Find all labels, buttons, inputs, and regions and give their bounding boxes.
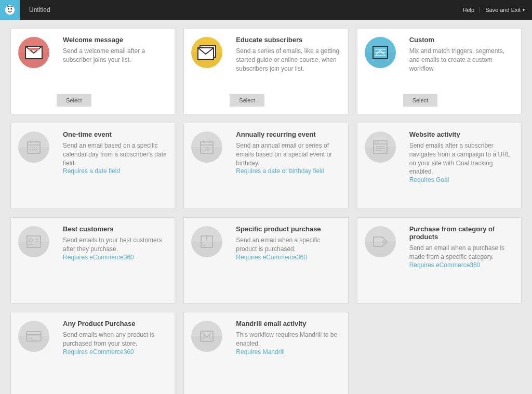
requirement-link[interactable]: Requires Mandrill [236, 348, 340, 356]
requirement-link[interactable]: Requires eCommerce360 [63, 254, 167, 261]
monkey-icon [4, 4, 16, 16]
card-mandrill: Mandrill email activity This workflow re… [183, 312, 348, 394]
card-desc: Send an email based on a specific calend… [63, 141, 167, 167]
svg-point-30 [375, 142, 376, 143]
svg-rect-21 [30, 140, 31, 143]
card-desc: Send an annual email or series of emails… [236, 141, 340, 167]
svg-point-14 [32, 147, 33, 148]
svg-rect-22 [36, 140, 37, 143]
card-title: Specific product purchase [236, 225, 340, 233]
card-best-customers: Best customers Send emails to your best … [10, 217, 175, 304]
card-purchase-category: Purchase from category of products Send … [357, 217, 522, 304]
svg-point-20 [36, 149, 37, 150]
card-desc: Send emails when any product is purchase… [63, 331, 167, 348]
card-desc: Send emails to your best customers after… [63, 236, 167, 254]
svg-point-36 [29, 239, 32, 242]
svg-point-19 [34, 149, 35, 150]
card-desc: Send an email when a purchase is made fr… [409, 244, 514, 261]
card-educate-subscribers: Educate subscribers Send a series of ema… [183, 28, 348, 114]
svg-rect-44 [26, 332, 41, 341]
envelopes-icon [191, 37, 222, 68]
requirement-link[interactable]: Requires eCommerce360 [63, 348, 167, 356]
calendar-date-icon: 30 [191, 132, 222, 163]
card-title: One-time event [63, 130, 167, 138]
card-title: Purchase from category of products [409, 225, 514, 241]
card-desc: Send an email when a specific product is… [236, 236, 340, 254]
page-title: Untitled [29, 6, 50, 14]
card-website-activity: Website activity Send emails after a sub… [357, 123, 522, 209]
svg-rect-47 [201, 331, 213, 342]
select-button[interactable]: Select [57, 94, 91, 107]
card-title: Best customers [63, 225, 167, 233]
svg-point-2 [10, 8, 12, 10]
svg-point-43 [382, 241, 384, 243]
card-specific-product: Specific product purchase Send an email … [183, 217, 348, 304]
svg-point-17 [30, 149, 31, 150]
svg-point-31 [377, 142, 378, 143]
card-welcome-message: Welcome message Send a welcome email aft… [10, 28, 175, 114]
mandrill-icon [191, 321, 222, 352]
box-icon [191, 226, 222, 257]
card-desc: Mix and match triggers, segments, and em… [409, 47, 514, 73]
svg-text:30: 30 [204, 147, 210, 152]
credit-card-icon [18, 321, 49, 352]
workflow-grid: Welcome message Send a welcome email aft… [10, 28, 522, 394]
svg-point-0 [5, 5, 15, 15]
card-custom: Custom Mix and match triggers, segments,… [357, 28, 522, 114]
card-desc: Send a welcome email after a subscriber … [63, 47, 167, 64]
select-button[interactable]: Select [403, 94, 438, 107]
help-link[interactable]: Help [458, 7, 481, 13]
svg-rect-4 [29, 48, 39, 50]
brand-logo[interactable] [0, 0, 20, 20]
tag-icon [365, 226, 396, 257]
svg-rect-35 [27, 236, 41, 247]
svg-point-1 [8, 8, 9, 10]
card-desc: Send emails after a subscriber navigates… [409, 141, 514, 176]
topbar: Untitled Help Save and Exit ▾ [0, 0, 532, 20]
save-exit-dropdown[interactable]: Save and Exit ▾ [480, 7, 532, 13]
calendar-icon [18, 132, 49, 163]
svg-point-16 [36, 147, 37, 148]
card-desc: This workflow requires Mandrill to be en… [236, 331, 340, 348]
card-annually-recurring: 30 Annually recurring event Send an annu… [183, 123, 348, 209]
requirement-link[interactable]: Requires eCommerce360 [236, 254, 340, 261]
card-title: Custom [409, 36, 514, 44]
requirement-link[interactable]: Requires eCommerce360 [409, 261, 514, 269]
card-desc: Send a series of emails, like a getting … [236, 47, 340, 73]
svg-rect-26 [203, 140, 204, 143]
card-one-time-event: One-time event Send an email based on a … [10, 123, 175, 209]
card-title: Mandrill email activity [236, 320, 340, 327]
svg-point-13 [30, 147, 31, 148]
requirement-link[interactable]: Requires a date or birthday field [236, 167, 340, 175]
svg-point-15 [34, 147, 35, 148]
help-label: Help [463, 7, 475, 13]
chevron-down-icon: ▾ [523, 8, 525, 12]
requirement-link[interactable]: Requires a date field [63, 167, 167, 175]
blueprint-icon [365, 37, 396, 68]
card-title: Any Product Purchase [63, 320, 167, 327]
browser-icon [365, 132, 396, 163]
card-title: Annually recurring event [236, 130, 340, 138]
svg-rect-27 [209, 140, 210, 143]
requirement-link[interactable]: Requires Goal [409, 176, 514, 183]
svg-marker-42 [374, 237, 387, 246]
page-content: Welcome message Send a welcome email aft… [0, 20, 532, 394]
card-any-product: Any Product Purchase Send emails when an… [10, 312, 175, 394]
card-title: Educate subscribers [236, 36, 340, 44]
card-title: Welcome message [63, 36, 167, 44]
select-button[interactable]: Select [230, 94, 264, 107]
contact-card-icon [18, 226, 49, 257]
svg-point-18 [32, 149, 33, 150]
card-title: Website activity [409, 130, 514, 138]
save-exit-label: Save and Exit [485, 7, 521, 13]
envelope-icon [18, 37, 49, 68]
